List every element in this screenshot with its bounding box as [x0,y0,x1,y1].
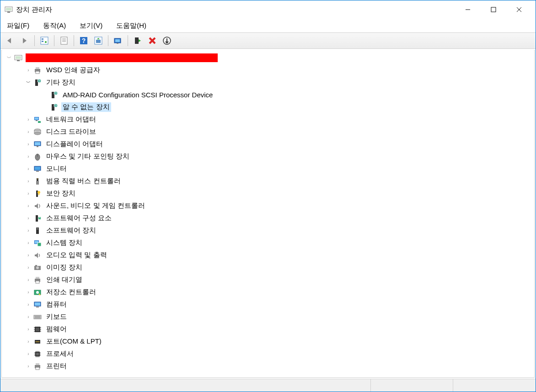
tree-device[interactable]: › ? 알 수 없는 장치 [2,101,534,113]
category-label: 마우스 및 기타 포인팅 장치 [45,152,131,161]
chevron-down-icon[interactable]: ﹀ [5,54,13,62]
svg-rect-20 [115,39,120,42]
minimize-button[interactable] [455,0,481,19]
tree-category[interactable]: › 오디오 입력 및 출력 [2,249,534,261]
chevron-right-icon[interactable]: › [25,252,32,259]
chevron-right-icon[interactable]: › [25,326,32,333]
svg-rect-56 [37,178,38,181]
chevron-right-icon[interactable]: › [25,264,32,271]
chevron-right-icon[interactable]: › [25,350,32,358]
tree-category[interactable]: › 키보드 [2,311,534,323]
uninstall-device-button[interactable] [145,34,159,47]
chevron-right-icon[interactable]: › [25,128,32,136]
scan-hardware-button[interactable] [91,34,105,47]
add-legacy-hardware-button[interactable] [160,34,174,47]
storage-icon [33,288,42,297]
chevron-right-icon[interactable]: › [25,215,32,222]
menu-file[interactable]: 파일(F) [5,21,31,31]
audio-icon [33,251,42,260]
device-label: AMD-RAID Configuration SCSI Processor De… [61,90,214,99]
tree-category[interactable]: › + 소프트웨어 구성 요소 [2,212,534,224]
tree-device[interactable]: › ? AMD-RAID Configuration SCSI Processo… [2,89,534,101]
chevron-right-icon[interactable]: › [25,67,32,74]
sw-device-icon [33,226,42,235]
tree-category[interactable]: › 인쇄 대기열 [2,274,534,286]
tree-category[interactable]: › 보안 장치 [2,187,534,200]
maximize-button[interactable] [481,0,506,19]
close-button[interactable] [506,0,532,19]
tree-category[interactable]: › 펌웨어 [2,323,534,335]
tree-category[interactable]: › 네트워크 어댑터 [2,113,534,126]
show-hide-tree-button[interactable] [38,34,51,47]
tree-category[interactable]: ﹀ ? 기타 장치 [2,76,534,89]
svg-text:+: + [38,216,40,219]
tree-category[interactable]: › 사운드, 비디오 및 게임 컨트롤러 [2,200,534,212]
printer-icon [33,66,42,75]
tree-category[interactable]: › 모니터 [2,163,534,175]
statusbar [0,379,536,392]
enable-device-button[interactable] [131,34,145,47]
svg-point-95 [37,341,38,342]
tree-category[interactable]: › WSD 인쇄 공급자 [2,64,534,76]
usb-icon [33,177,42,186]
tree-category[interactable]: › 프린터 [2,360,534,372]
window-title: 장치 관리자 [16,5,52,14]
svg-rect-55 [36,171,39,172]
device-tree[interactable]: ﹀ › WSD 인쇄 공급자﹀ ? 기타 장치› ? AMD-RAID Conf… [1,50,535,378]
chevron-right-icon[interactable]: › [25,116,32,123]
svg-rect-8 [42,38,43,40]
tree-category[interactable]: › 마우스 및 기타 포인팅 장치 [2,150,534,163]
chevron-right-icon[interactable]: › [25,227,32,234]
imaging-icon [33,263,42,272]
category-label: 인쇄 대기열 [45,275,84,285]
svg-rect-57 [36,181,39,185]
forward-button[interactable] [18,34,32,47]
category-label: 펌웨어 [45,324,68,334]
svg-rect-21 [117,43,118,44]
chevron-right-icon[interactable]: › [25,178,32,185]
chevron-right-icon[interactable]: › [25,276,32,284]
svg-rect-27 [16,56,21,59]
menu-help[interactable]: 도움말(H) [114,21,148,31]
chevron-right-icon[interactable]: › [25,301,32,308]
chevron-right-icon[interactable]: › [25,289,32,296]
help-button[interactable]: ? [77,34,91,47]
category-label: 프로세서 [45,349,75,359]
chevron-right-icon[interactable]: › [25,141,32,148]
titlebar: 장치 관리자 [0,0,536,19]
chevron-right-icon[interactable]: › [25,338,32,345]
update-driver-button[interactable] [111,34,125,47]
tree-category[interactable]: › 디스크 드라이브 [2,126,534,138]
svg-text:?: ? [82,37,86,44]
tree-root[interactable]: ﹀ [2,52,534,64]
chevron-right-icon[interactable]: › [25,153,32,160]
category-label: 모니터 [45,164,68,174]
tree-category[interactable]: › 시스템 장치 [2,237,534,249]
svg-rect-42 [35,117,38,120]
printer2-icon [33,362,42,371]
category-label: 컴퓨터 [45,300,68,309]
chevron-right-icon[interactable]: › [25,202,32,210]
svg-point-71 [36,266,39,269]
tree-category[interactable]: › 소프트웨어 장치 [2,224,534,237]
computer-icon [14,53,23,63]
chevron-right-icon[interactable]: › [25,313,32,321]
tree-category[interactable]: › 이미징 장치 [2,261,534,274]
tree-category[interactable]: › 컴퓨터 [2,298,534,311]
chevron-right-icon[interactable]: › [25,165,32,173]
tree-category[interactable]: › 저장소 컨트롤러 [2,286,534,298]
svg-rect-58 [37,179,38,179]
tree-category[interactable]: › 포트(COM & LPT) [2,335,534,348]
menu-view[interactable]: 보기(V) [78,21,104,31]
menu-action[interactable]: 동작(A) [41,21,68,31]
chevron-right-icon[interactable]: › [25,239,32,247]
tree-category[interactable]: › 디스플레이 어댑터 [2,138,534,150]
chevron-down-icon[interactable]: ﹀ [25,79,32,86]
tree-category[interactable]: › 프로세서 [2,348,534,360]
svg-rect-18 [96,40,101,43]
properties-button[interactable] [57,34,71,47]
chevron-right-icon[interactable]: › [25,363,32,370]
chevron-right-icon[interactable]: › [25,190,32,197]
back-button[interactable] [3,34,17,47]
tree-category[interactable]: › 범용 직렬 버스 컨트롤러 [2,175,534,187]
